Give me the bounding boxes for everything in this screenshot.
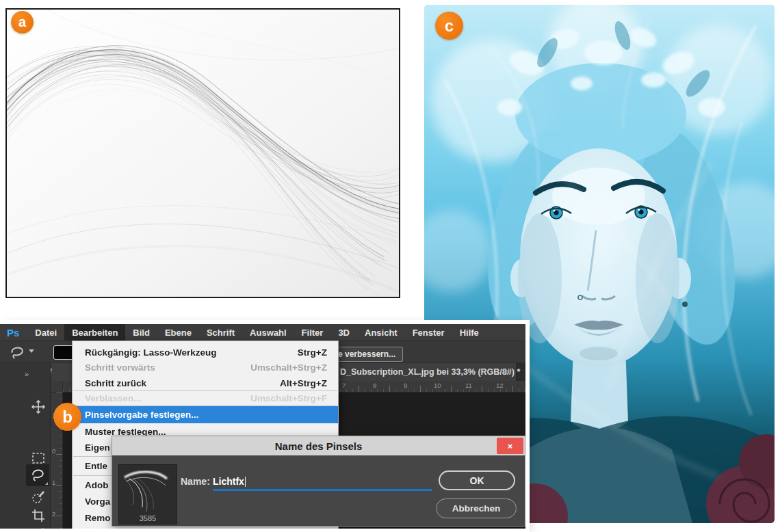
menu-item-label: Vorga [85,496,110,507]
menubar-item-ebene[interactable]: Ebene [157,324,199,341]
ruler-number: 9 [404,382,407,389]
menu-item-shortcut: Umschalt+Strg+F [250,393,327,403]
fiber-strokes-illustration [7,10,399,297]
figure-label-a: a [11,11,34,34]
tools-panel: » [0,363,51,529]
photoshop-logo: Ps [7,327,19,338]
menu-separator [73,405,337,405]
move-tool-icon[interactable] [30,399,47,415]
double-chevron-icon[interactable]: » [25,370,27,378]
menubar-item-datei[interactable]: Datei [27,324,64,341]
ruler-number: 8 [373,382,376,389]
figure-label-b: b [53,403,81,431]
lasso-tool-icon [29,467,46,483]
ruler-number: 7 [342,382,346,389]
menu-item-label: Schritt zurück [85,378,146,388]
menu-item-shortcut: Strg+Z [298,347,327,358]
document-tab-title-right: D_Subscription_XL.jpg bei 33,3% (RGB/8#)… [340,367,520,377]
ruler-number: 12 [496,382,504,389]
ruler-number: 10 [434,382,441,389]
refine-edge-button[interactable]: e verbessern... [330,347,403,362]
brush-name-value: Lichtfx [213,476,244,487]
menubar-item-schrift[interactable]: Schrift [199,324,242,341]
input-underline [213,489,432,491]
menu-item-fade: Verblassen... Umschalt+Strg+F [73,392,338,404]
menu-item-label: Entle [85,461,107,471]
tool-flyout-notch [45,482,48,485]
menu-item-label: Rückgängig: Lasso-Werkzeug [85,347,217,358]
dialog-close-button[interactable]: × [497,438,523,454]
quick-selection-tool-icon[interactable] [30,488,47,505]
photoshop-window: Ps Datei Bearbeiten Bild Ebene Schrift A… [0,324,525,529]
menu-bar: Ps Datei Bearbeiten Bild Ebene Schrift A… [0,324,525,341]
cancel-button[interactable]: Abbrechen [436,498,517,518]
menu-item-define-brush-preset[interactable]: Pinselvorgabe festlegen... [73,406,338,423]
menu-item-label: Adob [85,480,109,490]
crop-tool-icon[interactable] [30,507,47,524]
menu-item-label: Pinselvorgabe festlegen... [85,410,199,420]
menu-item-label: Remo [85,513,111,523]
name-field-label: Name: [181,476,210,487]
brush-name-input[interactable]: Lichtfx [213,476,246,487]
menubar-item-filter[interactable]: Filter [294,324,331,341]
menubar-item-bearbeiten[interactable]: Bearbeiten [64,324,125,341]
tool-preset-swatch[interactable] [53,345,74,360]
menubar-item-bild[interactable]: Bild [125,324,157,341]
menubar-item-hilfe[interactable]: Hilfe [452,324,486,341]
lasso-tool-preset-icon[interactable] [8,344,26,360]
menu-item-step-forward: Schritt vorwärts Umschalt+Strg+Z [73,360,338,375]
menu-item-label: Schritt vorwärts [85,362,155,373]
brush-preview-thumbnail: 3585 [118,464,177,524]
ruler-number: 1 [52,479,55,486]
menu-item-undo[interactable]: Rückgängig: Lasso-Werkzeug Strg+Z [73,345,338,360]
figure-label-c: c [435,12,463,40]
menu-item-label: Verblassen... [85,393,142,403]
menubar-item-3d[interactable]: 3D [330,324,357,341]
menu-item-shortcut: Alt+Strg+Z [280,378,327,388]
tab-close-icon[interactable]: × [503,367,508,377]
dialog-title: Name des Pinsels [112,436,525,455]
ruler-corner [51,381,63,393]
menu-separator [73,390,337,391]
lasso-tool-selected[interactable] [26,464,49,486]
text-caret [245,477,246,487]
brush-texture-a-image [5,8,400,298]
ok-button[interactable]: OK [439,470,515,490]
menu-item-label: Eigen [85,442,110,453]
menubar-item-ansicht[interactable]: Ansicht [357,324,405,341]
chevron-down-icon[interactable] [29,349,34,353]
menubar-item-fenster[interactable]: Fenster [405,324,452,341]
brush-size-number: 3585 [119,514,177,522]
tutorial-figure: Ps Datei Bearbeiten Bild Ebene Schrift A… [0,0,780,532]
ruler-number: 0 [52,447,55,455]
brush-name-dialog: Name des Pinsels × [112,436,525,527]
menubar-item-auswahl[interactable]: Auswahl [242,324,294,341]
dialog-body: 3585 Name: Lichtfx OK Abbrechen [112,455,525,526]
menu-item-shortcut: Umschalt+Strg+Z [250,362,327,373]
eyedropper-tool-icon[interactable] [30,527,47,529]
ruler-number: 11 [465,382,472,389]
ruler-number: 2 [52,510,55,518]
menu-item-step-backward[interactable]: Schritt zurück Alt+Strg+Z [73,375,338,391]
